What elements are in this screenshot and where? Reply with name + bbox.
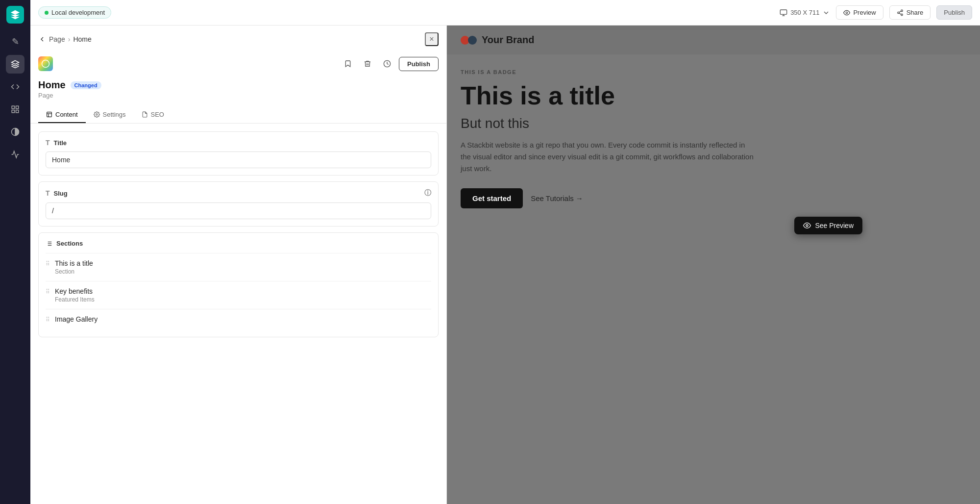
sections-card: Sections ⠿ This is a title Section ⠿ Key… (38, 232, 439, 337)
history-button[interactable] (379, 56, 395, 72)
sidebar: ✎ (0, 0, 30, 504)
app-logo[interactable] (6, 6, 24, 24)
svg-rect-6 (780, 10, 786, 14)
preview-badge: THIS IS A BADGE (461, 69, 966, 75)
drag-handle-2[interactable]: ⠿ (46, 287, 50, 295)
env-status-dot (45, 11, 49, 15)
section-item-2[interactable]: ⠿ Key benefits Featured Items (46, 281, 431, 309)
svg-rect-17 (47, 112, 52, 117)
svg-rect-4 (16, 110, 19, 113)
tab-content-label: Content (55, 111, 78, 118)
panel-header: Page › Home × (30, 25, 446, 124)
contrast-icon[interactable] (6, 123, 24, 141)
svg-rect-1 (12, 106, 14, 108)
slug-field-card: T Slug ⓘ (38, 181, 439, 227)
svg-point-15 (42, 60, 49, 68)
see-preview-tooltip[interactable]: See Preview (794, 217, 862, 234)
svg-point-12 (901, 14, 903, 16)
title-field-card: T Title (38, 131, 439, 176)
tab-seo[interactable]: SEO (134, 107, 172, 123)
tab-content[interactable]: Content (38, 107, 86, 123)
preview-content: Your Brand THIS IS A BADGE This is a tit… (447, 25, 980, 504)
topbar-publish-button[interactable]: Publish (936, 5, 972, 20)
svg-point-20 (96, 114, 97, 115)
code-icon[interactable] (6, 77, 24, 96)
section-item-3[interactable]: ⠿ Image Gallery (46, 309, 431, 330)
cta-secondary-text: See Tutorials (531, 194, 574, 202)
title-field-label: T Title (46, 139, 431, 147)
viewport-selector[interactable]: 350 X 711 (780, 9, 830, 17)
svg-point-9 (846, 12, 848, 14)
env-badge[interactable]: Local development (38, 6, 111, 19)
panel-body: T Title T Slug ⓘ (30, 124, 446, 504)
panel-publish-label: Publish (407, 60, 430, 68)
section-item-1[interactable]: ⠿ This is a title Section (46, 253, 431, 281)
preview-button[interactable]: Preview (836, 5, 883, 20)
slug-input[interactable] (46, 202, 431, 219)
main-area: Page › Home × (30, 25, 980, 504)
section-info-2: Key benefits Featured Items (55, 287, 431, 303)
preview-brand-bar: Your Brand (447, 25, 980, 54)
section-info-3: Image Gallery (55, 315, 431, 324)
panel-close-button[interactable]: × (425, 32, 439, 46)
panel-toolbar: Publish (38, 52, 439, 77)
drag-handle-1[interactable]: ⠿ (46, 259, 50, 267)
sections-label-text: Sections (56, 240, 83, 247)
brand-name: Your Brand (482, 34, 534, 46)
cta-secondary-link: See Tutorials → (531, 194, 583, 202)
slug-label-text: Slug (54, 190, 68, 197)
tab-seo-label: SEO (151, 111, 164, 118)
page-type: Page (38, 92, 439, 99)
section-type-1: Section (55, 268, 431, 275)
text-icon-slug: T (46, 189, 50, 197)
drag-handle-3[interactable]: ⠿ (46, 315, 50, 323)
cta-primary-btn: Get started (461, 188, 523, 208)
page-title-section: Home Changed Page (38, 77, 439, 103)
slug-info-icon[interactable]: ⓘ (424, 189, 431, 198)
env-label: Local development (51, 9, 105, 16)
brand-logo (461, 36, 477, 45)
topbar-publish-label: Publish (944, 9, 965, 16)
svg-line-13 (899, 13, 901, 14)
svg-rect-3 (12, 110, 14, 113)
title-label-text: Title (54, 139, 67, 147)
preview-subtitle: But not this (461, 116, 966, 131)
section-name-2: Key benefits (55, 287, 431, 295)
share-label: Share (906, 9, 924, 16)
activity-icon[interactable] (6, 145, 24, 164)
sections-label: Sections (46, 240, 431, 247)
topbar: Local development 350 X 711 Preview Shar… (30, 0, 980, 25)
trash-button[interactable] (360, 56, 375, 72)
brand-dot-dark (468, 36, 477, 45)
slug-field-label: T Slug ⓘ (46, 189, 431, 198)
changed-badge: Changed (71, 81, 101, 89)
nav-current: Home (73, 35, 91, 43)
svg-point-27 (806, 225, 808, 227)
preview-body: A Stackbit website is a git repo that yo… (461, 139, 755, 175)
text-icon: T (46, 139, 50, 147)
edit-icon[interactable]: ✎ (6, 32, 24, 51)
nav-page-label: Page (49, 35, 65, 43)
nav-separator: › (68, 35, 71, 43)
svg-marker-0 (12, 61, 19, 65)
section-name-3: Image Gallery (55, 315, 431, 323)
svg-line-14 (899, 11, 901, 12)
preview-hero: THIS IS A BADGE This is a title But not … (447, 54, 980, 218)
panel-nav: Page › Home × (38, 32, 439, 46)
layers-icon[interactable] (6, 55, 24, 74)
panel-publish-button[interactable]: Publish (399, 57, 439, 71)
preview-title: This is a title (461, 82, 966, 110)
app-icon (38, 56, 53, 71)
svg-point-11 (897, 12, 899, 14)
grid-icon[interactable] (6, 100, 24, 119)
cta-secondary-arrow: → (576, 194, 583, 202)
see-preview-label: See Preview (815, 222, 854, 229)
back-button[interactable] (38, 35, 46, 43)
preview-cta: Get started See Tutorials → (461, 188, 966, 208)
tab-settings-label: Settings (103, 111, 126, 118)
tab-settings[interactable]: Settings (86, 107, 134, 123)
viewport-size: 350 X 711 (790, 9, 819, 16)
title-input[interactable] (46, 151, 431, 168)
bookmark-button[interactable] (340, 56, 356, 72)
share-button[interactable]: Share (889, 5, 931, 20)
